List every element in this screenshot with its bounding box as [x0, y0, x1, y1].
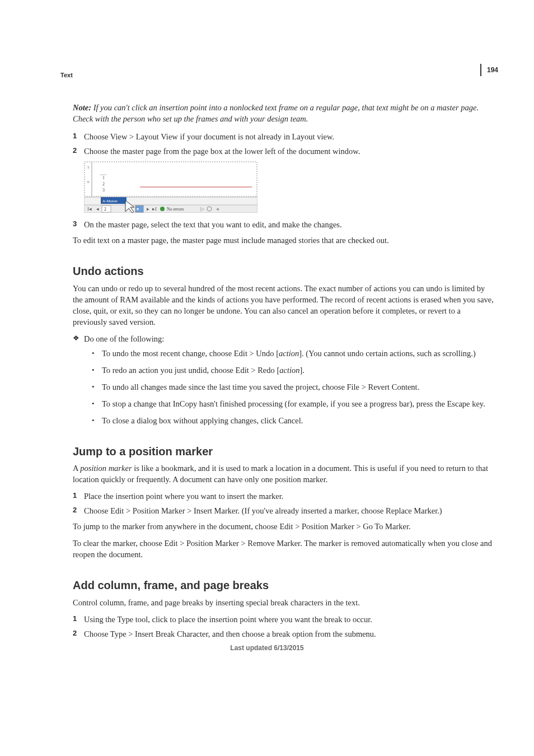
- section-header: Text: [60, 72, 73, 78]
- footer-updated: Last updated 6/13/2015: [0, 644, 534, 652]
- step-number: 2: [73, 146, 84, 157]
- svg-text:▷: ▷: [200, 206, 204, 212]
- heading-undo: Undo actions: [73, 264, 494, 279]
- step-item: 1 Place the insertion point where you wa…: [73, 491, 494, 502]
- body-paragraph: A position marker is like a bookmark, an…: [73, 463, 494, 485]
- step-text: Choose View > Layout View if your docume…: [84, 131, 494, 142]
- step-text: Choose the master page from the page box…: [84, 146, 494, 157]
- body-paragraph: You can undo or redo up to several hundr…: [73, 283, 494, 328]
- bullet-icon: •: [92, 348, 102, 359]
- bullet-item: • To undo all changes made since the las…: [92, 381, 494, 393]
- bullet-icon: •: [92, 381, 102, 393]
- step-number: 1: [73, 491, 84, 502]
- bullet-text: To close a dialog box without applying c…: [102, 415, 494, 426]
- do-one-text: Do one of the following:: [84, 333, 494, 344]
- bullet-icon: •: [92, 415, 102, 426]
- diamond-icon: ❖: [73, 333, 84, 344]
- svg-text:5: 5: [87, 165, 90, 170]
- step-item: 1 Using the Type tool, click to place th…: [73, 614, 494, 625]
- figure-row-2: 2: [102, 181, 105, 186]
- step-text: On the master page, select the text that…: [84, 219, 494, 230]
- bullet-text: To undo all changes made since the last …: [102, 381, 494, 393]
- svg-text:▾: ▾: [137, 207, 139, 212]
- svg-text:0: 0: [87, 180, 90, 184]
- page-number: 194: [480, 64, 498, 76]
- do-one-item: ❖ Do one of the following:: [73, 333, 494, 344]
- svg-text:◂: ◂: [96, 206, 99, 212]
- svg-text:▸I: ▸I: [152, 206, 157, 212]
- step-number: 3: [73, 219, 84, 230]
- svg-rect-12: [102, 206, 111, 212]
- note-prefix: Note:: [73, 103, 91, 112]
- bullet-icon: •: [92, 365, 102, 376]
- step-item: 2 Choose Edit > Position Marker > Insert…: [73, 505, 494, 516]
- body-paragraph: Control column, frame, and page breaks b…: [73, 597, 494, 608]
- figure-pages-panel: 5 0 1 2 3 A-Master I◂ ◂ 2: [84, 161, 494, 216]
- step-item: 3 On the master page, select the text th…: [73, 219, 494, 230]
- step-text: Place the insertion point where you want…: [84, 491, 494, 502]
- step-text: Choose Type > Insert Break Character, an…: [84, 628, 494, 640]
- step-number: 2: [73, 505, 84, 516]
- bullet-item: • To redo an action you just undid, choo…: [92, 365, 494, 376]
- svg-point-17: [160, 207, 165, 211]
- figure-status: No errors: [167, 207, 184, 212]
- step-number: 1: [73, 131, 84, 142]
- body-paragraph: To edit text on a master page, the maste…: [73, 235, 494, 246]
- svg-text:◂: ◂: [216, 206, 219, 212]
- step-item: 2 Choose the master page from the page b…: [73, 146, 494, 157]
- bullet-text: To undo the most recent change, choose E…: [102, 348, 494, 359]
- heading-jump: Jump to a position marker: [73, 444, 494, 460]
- svg-text:I◂: I◂: [87, 206, 92, 212]
- step-text: Using the Type tool, click to place the …: [84, 614, 494, 625]
- note-paragraph: Note: If you can't click an insertion po…: [73, 102, 494, 124]
- heading-breaks: Add column, frame, and page breaks: [73, 578, 494, 594]
- figure-row-1: 1: [102, 175, 105, 180]
- figure-row-3: 3: [102, 188, 105, 193]
- step-item: 1 Choose View > Layout View if your docu…: [73, 131, 494, 142]
- body-paragraph: To jump to the marker from anywhere in t…: [73, 521, 494, 532]
- step-number: 2: [73, 628, 84, 640]
- svg-text:▸: ▸: [147, 206, 149, 212]
- figure-master-tab: A-Master: [102, 199, 118, 203]
- figure-page-field: 2: [104, 207, 106, 212]
- step-number: 1: [73, 614, 84, 625]
- note-body: If you can't click an insertion point in…: [73, 103, 479, 123]
- svg-rect-4: [100, 164, 251, 195]
- bullet-text: To stop a change that InCopy hasn't fini…: [102, 398, 494, 409]
- bullet-text: To redo an action you just undid, choose…: [102, 365, 494, 376]
- bullet-item: • To undo the most recent change, choose…: [92, 348, 494, 359]
- step-item: 2 Choose Type > Insert Break Character, …: [73, 628, 494, 640]
- bullet-icon: •: [92, 398, 102, 409]
- bullet-item: • To close a dialog box without applying…: [92, 415, 494, 426]
- body-paragraph: To clear the marker, choose Edit > Posit…: [73, 538, 494, 560]
- step-text: Choose Edit > Position Marker > Insert M…: [84, 505, 494, 516]
- bullet-item: • To stop a change that InCopy hasn't fi…: [92, 398, 494, 409]
